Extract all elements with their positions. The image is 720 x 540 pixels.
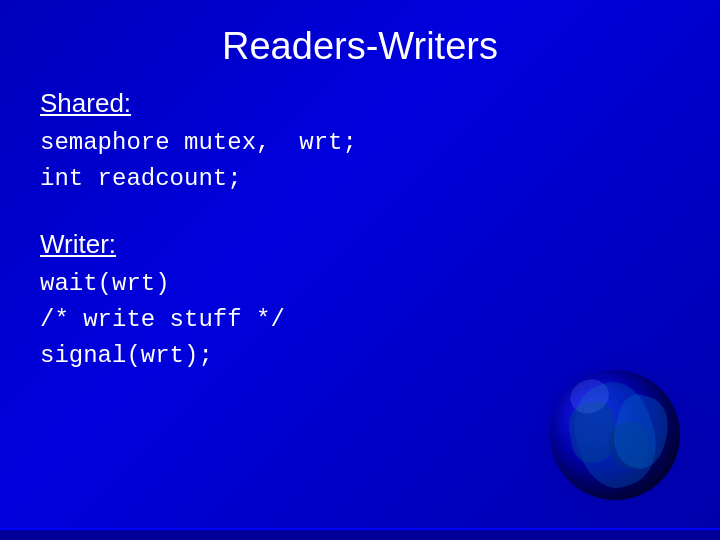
slide-title: Readers-Writers [40,25,680,68]
shared-code-1: semaphore mutex, wrt; [40,125,680,161]
writer-code-2: /* write stuff */ [40,302,680,338]
shared-code-2: int readcount; [40,161,680,197]
writer-code-1: wait(wrt) [40,266,680,302]
globe-decoration [550,370,690,510]
spacer [40,197,680,221]
writer-heading: Writer: [40,229,680,260]
globe-land-2 [609,422,648,468]
bottom-bar [0,528,720,540]
shared-heading: Shared: [40,88,680,119]
slide: Readers-Writers Shared: semaphore mutex,… [0,0,720,540]
shared-section: Shared: semaphore mutex, wrt; int readco… [40,88,680,197]
writer-section: Writer: wait(wrt) /* write stuff */ sign… [40,229,680,374]
writer-code-3: signal(wrt); [40,338,680,374]
globe [550,370,680,500]
